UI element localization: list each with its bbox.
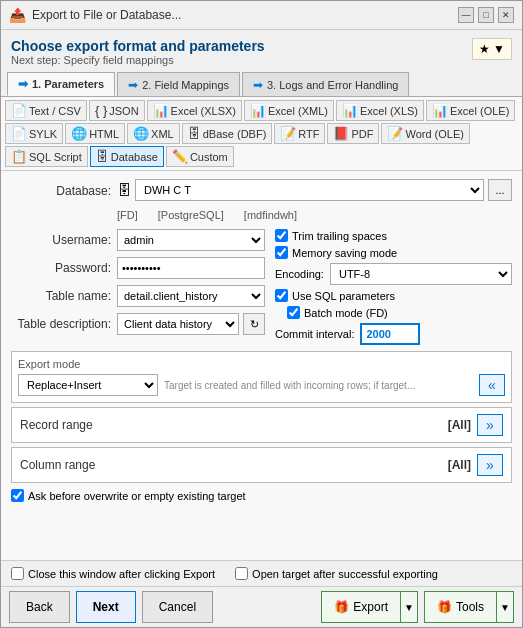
export-dropdown-button[interactable]: ▼ [400,591,418,623]
dbase-dbf-icon: 🗄 [188,126,201,141]
tab-arrow-icon-3: ➡ [253,78,263,92]
tab-parameters[interactable]: ➡ 1. Parameters [7,72,115,96]
overwrite-checkbox[interactable] [11,489,24,502]
database-input-group: 🗄 DWH C T ... [117,179,512,201]
header-title: Choose export format and parameters [11,38,265,54]
export-mode-expand-button[interactable]: « [479,374,505,396]
close-after-export-checkbox[interactable] [11,567,24,580]
column-range-button[interactable]: » [477,454,503,476]
header-text: Choose export format and parameters Next… [11,38,265,66]
format-text-csv[interactable]: 📄 Text / CSV [5,100,87,121]
minimize-button[interactable]: — [458,7,474,23]
database-options-button[interactable]: ... [488,179,512,201]
use-sql-params-checkbox[interactable] [275,289,288,302]
format-excel-xls[interactable]: 📊 Excel (XLS) [336,100,424,121]
export-label: Export [353,600,388,614]
maximize-button[interactable]: □ [478,7,494,23]
table-desc-select[interactable]: Client data history [117,313,239,335]
refresh-button[interactable]: ↻ [243,313,265,335]
format-custom[interactable]: ✏️ Custom [166,146,234,167]
tabs-row: ➡ 1. Parameters ➡ 2. Field Mappings ➡ 3.… [1,70,522,97]
db-meta-mdfindwh: [mdfindwh] [244,209,297,221]
export-icon: 🎁 [334,600,349,614]
back-button[interactable]: Back [9,591,70,623]
excel-xml-label: Excel (XML) [268,105,328,117]
overwrite-row: Ask before overwrite or empty existing t… [11,489,512,502]
format-database[interactable]: 🗄 Database [90,146,164,167]
tools-button[interactable]: 🎁 Tools [424,591,496,623]
batch-mode-checkbox[interactable] [287,306,300,319]
column-range-label: Column range [20,458,95,472]
format-word-ole[interactable]: 📝 Word (OLE) [381,123,469,144]
header-subtitle: Next step: Specify field mappings [11,54,265,66]
open-after-export-label: Open target after successful exporting [252,568,438,580]
table-name-label: Table name: [11,289,111,303]
excel-xls-icon: 📊 [342,103,358,118]
tools-dropdown-button[interactable]: ▼ [496,591,514,623]
encoding-select[interactable]: UTF-8 [330,263,512,285]
title-bar: 📤 Export to File or Database... — □ ✕ [1,1,522,30]
trim-trailing-row: Trim trailing spaces [275,229,512,242]
sylk-label: SYLK [29,128,57,140]
overwrite-label: Ask before overwrite or empty existing t… [28,490,246,502]
password-input[interactable] [117,257,265,279]
format-pdf[interactable]: 📕 PDF [327,123,379,144]
excel-xls-label: Excel (XLS) [360,105,418,117]
db-meta-row: [FD] [PostgreSQL] [mdfindwh] [11,209,512,221]
username-input[interactable]: admin [117,229,265,251]
database-label: Database: [11,184,111,198]
column-range-row[interactable]: Column range [All] » [11,447,512,483]
format-rtf[interactable]: 📝 RTF [274,123,325,144]
commit-interval-input[interactable]: 2000 [360,323,420,345]
export-mode-select[interactable]: Replace+Insert [18,374,158,396]
close-button[interactable]: ✕ [498,7,514,23]
commit-row: Commit interval: 2000 [275,323,512,345]
table-name-select[interactable]: detail.client_history [117,285,265,307]
encoding-label: Encoding: [275,268,324,280]
format-json[interactable]: { } JSON [89,100,145,121]
tab-logs[interactable]: ➡ 3. Logs and Error Handling [242,72,409,96]
format-xml[interactable]: 🌐 XML [127,123,180,144]
format-dbase-dbf[interactable]: 🗄 dBase (DBF) [182,123,273,144]
table-name-row: Table name: detail.client_history [11,285,265,307]
format-excel-xlsx[interactable]: 📊 Excel (XLSX) [147,100,242,121]
back-label: Back [26,600,53,614]
record-range-right: [All] » [448,414,503,436]
db-icon: 🗄 [117,182,131,198]
trim-trailing-label: Trim trailing spaces [292,230,387,242]
database-select[interactable]: DWH C T [135,179,484,201]
format-html[interactable]: 🌐 HTML [65,123,125,144]
next-button[interactable]: Next [76,591,136,623]
json-icon: { } [95,103,107,118]
export-mode-row: Replace+Insert Target is created and fil… [18,374,505,396]
memory-saving-checkbox[interactable] [275,246,288,259]
rtf-icon: 📝 [280,126,296,141]
excel-ole-icon: 📊 [432,103,448,118]
cancel-label: Cancel [159,600,196,614]
tab-field-mappings[interactable]: ➡ 2. Field Mappings [117,72,240,96]
record-range-row[interactable]: Record range [All] » [11,407,512,443]
trim-trailing-checkbox[interactable] [275,229,288,242]
cancel-button[interactable]: Cancel [142,591,213,623]
format-sql-script[interactable]: 📋 SQL Script [5,146,88,167]
header-row: Choose export format and parameters Next… [11,38,512,66]
open-after-export-checkbox[interactable] [235,567,248,580]
format-excel-ole[interactable]: 📊 Excel (OLE) [426,100,515,121]
favorites-button[interactable]: ★ ▼ [472,38,512,60]
commit-interval-label: Commit interval: [275,328,354,340]
app-icon: 📤 [9,7,26,23]
memory-saving-label: Memory saving mode [292,247,397,259]
record-range-button[interactable]: » [477,414,503,436]
batch-mode-label: Batch mode (FD) [304,307,388,319]
excel-xlsx-icon: 📊 [153,103,169,118]
table-desc-row: Table description: Client data history ↻ [11,313,265,335]
export-mode-label: Export mode [18,358,505,370]
json-label: JSON [109,105,138,117]
excel-xml-icon: 📊 [250,103,266,118]
tools-icon: 🎁 [437,600,452,614]
export-button[interactable]: 🎁 Export [321,591,400,623]
db-meta-fd: [FD] [117,209,138,221]
format-excel-xml[interactable]: 📊 Excel (XML) [244,100,334,121]
use-sql-params-label: Use SQL parameters [292,290,395,302]
format-sylk[interactable]: 📄 SYLK [5,123,63,144]
